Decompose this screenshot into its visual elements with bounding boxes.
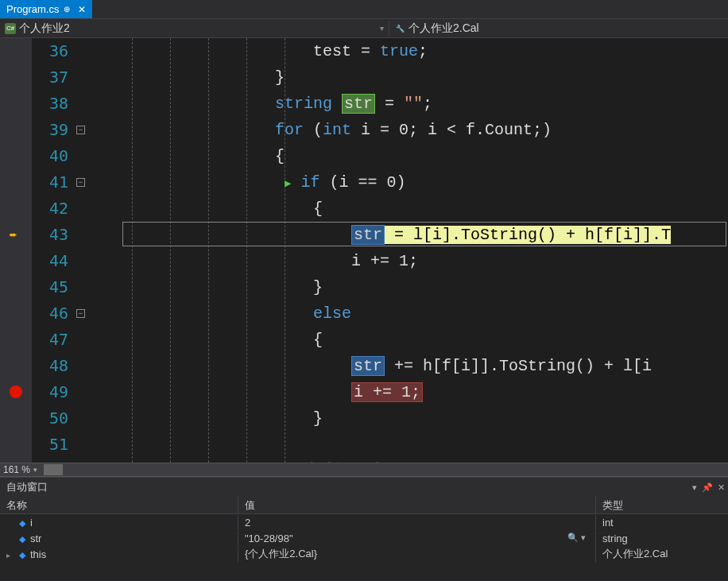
autos-panel: 自动窗口 ▾ 📌 ✕ 名称 值 类型 ◆i2int◆str"10-28/98"🔍… [0,477,728,580]
csharp-icon: C# [5,23,16,34]
code-line[interactable]: { [122,196,728,222]
autos-row[interactable]: ◆str"10-28/98"🔍 ▾string [0,530,728,546]
dropdown-icon[interactable]: ▾ [692,482,697,493]
line-number: 52 [32,458,68,463]
zoom-value: 161 % [3,464,30,475]
code-line[interactable]: str = l[i].ToString() + h[f[i]].T [122,222,728,248]
nav-member-dropdown[interactable]: 🔧 个人作业2.Cal [389,21,484,36]
line-number: 46 [32,300,68,327]
nav-scope-dropdown[interactable]: C# 个人作业2 ▾ [0,21,389,36]
glyph-margin[interactable]: ➨ [0,38,32,463]
line-number: 40 [32,143,68,169]
var-name: str [30,533,41,544]
navigation-bar: C# 个人作业2 ▾ 🔧 个人作业2.Cal [0,19,728,38]
code-line[interactable]: } [122,274,728,300]
line-number: 36 [32,38,68,64]
zoom-scroll-bar: 161 % ▾ [0,463,728,477]
code-line[interactable]: else [122,300,728,327]
tab-filename: Program.cs [6,3,59,15]
code-line[interactable]: { [122,143,728,169]
line-number: 44 [32,248,68,274]
autos-body: ◆i2int◆str"10-28/98"🔍 ▾string▸◆this{个人作业… [0,514,728,562]
code-line[interactable]: for (int i = 0; i < f.Count;) [122,117,728,143]
var-type: string [596,531,728,546]
chevron-down-icon: ▾ [380,24,384,33]
var-value: {个人作业2.Cal} [245,547,317,561]
horizontal-scrollbar[interactable] [44,464,725,475]
variable-icon: ◆ [19,518,25,528]
autos-row[interactable]: ▸◆this{个人作业2.Cal}个人作业2.Cal [0,546,728,562]
nav-scope-label: 个人作业2 [19,21,70,36]
code-line[interactable]: i += 1; [122,379,728,405]
breakpoint-icon[interactable] [10,385,22,398]
magnifier-icon[interactable]: 🔍 ▾ [567,533,586,544]
line-number-gutter: 3637383940414243444546474849505152 [32,38,75,463]
fold-toggle[interactable]: − [76,309,85,318]
var-name: i [30,517,33,529]
code-line[interactable] [122,432,728,458]
line-number: 39 [32,117,68,143]
line-number: 41 [32,169,68,196]
chevron-down-icon: ▾ [33,466,37,474]
fold-toggle[interactable]: − [76,178,85,187]
header-name[interactable]: 名称 [0,497,238,513]
line-number: 51 [32,432,68,458]
fold-gutter[interactable]: −−− [75,38,122,463]
var-value: "10-28/98" [245,533,293,544]
tab-bar: Program.cs ⊕ ✕ [0,0,728,19]
line-number: 48 [32,353,68,379]
execution-arrow-icon: ➨ [10,227,17,243]
variable-icon: ◆ [19,534,25,544]
line-number: 42 [32,196,68,222]
line-number: 50 [32,405,68,432]
autos-table-header: 名称 值 类型 [0,497,728,514]
var-value: 2 [245,517,250,529]
line-number: 43 [32,222,68,248]
code-line[interactable]: string str = ""; [122,91,728,117]
fold-toggle[interactable]: − [76,126,85,134]
var-name: this [30,548,46,560]
pin-icon[interactable]: ⊕ [64,5,70,14]
var-type: 个人作业2.Cal [596,545,728,563]
line-number: 45 [32,274,68,300]
code-line[interactable]: } [122,405,728,432]
code-line[interactable]: str += h[f[i]].ToString() + l[i [122,353,728,379]
file-tab[interactable]: Program.cs ⊕ ✕ [0,0,92,18]
close-icon[interactable]: ✕ [718,482,725,493]
wrench-icon: 🔧 [394,23,405,34]
header-value[interactable]: 值 [238,497,596,513]
code-line[interactable]: }//生成运算式 [122,458,728,463]
code-line[interactable]: test = true; [122,38,728,64]
nav-member-label: 个人作业2.Cal [409,21,479,36]
close-icon[interactable]: ✕ [78,4,86,15]
code-content[interactable]: 已用时间 <= 1ms test = true; } string str = … [122,38,728,463]
autos-row[interactable]: ◆i2int [0,514,728,530]
code-line[interactable]: } [122,64,728,91]
autos-title: 自动窗口 [6,480,48,494]
code-line[interactable]: ▶ if (i == 0) [122,169,728,196]
var-type: int [596,515,728,530]
variable-icon: ◆ [19,550,25,560]
line-number: 38 [32,91,68,117]
expand-icon[interactable]: ▸ [6,551,16,560]
code-editor[interactable]: ➨ 3637383940414243444546474849505152 −−−… [0,38,728,463]
line-number: 37 [32,64,68,91]
line-number: 47 [32,327,68,353]
code-line[interactable]: i += 1; [122,248,728,274]
autos-header[interactable]: 自动窗口 ▾ 📌 ✕ [0,478,728,497]
pin-icon[interactable]: 📌 [702,482,713,493]
zoom-dropdown[interactable]: 161 % ▾ [3,464,37,475]
header-type[interactable]: 类型 [596,497,728,513]
code-line[interactable]: { [122,327,728,353]
line-number: 49 [32,379,68,405]
scrollbar-thumb[interactable] [44,464,63,475]
